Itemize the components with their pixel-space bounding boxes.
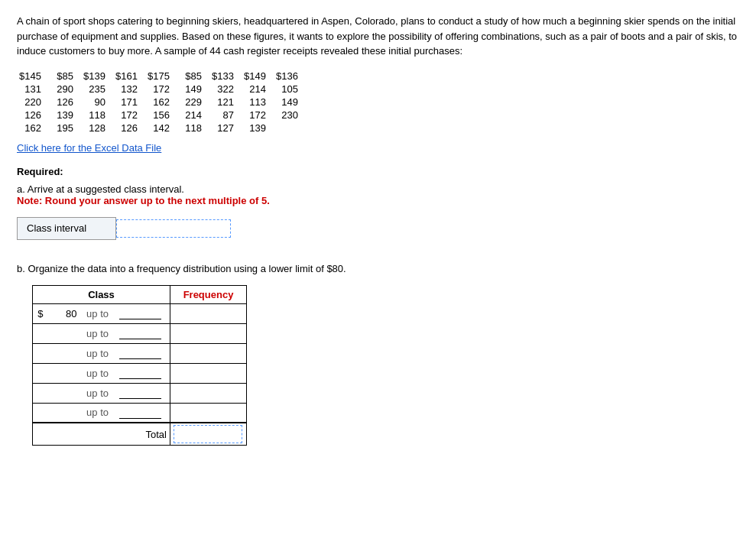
data-cell: 214 xyxy=(177,109,209,122)
freq-input[interactable] xyxy=(174,368,242,379)
data-cell: 322 xyxy=(209,83,242,96)
data-cell: $136 xyxy=(274,70,306,83)
data-cell: 149 xyxy=(274,96,306,109)
freq-row: up to xyxy=(33,363,247,383)
class-interval-label: Class interval xyxy=(17,217,116,240)
lower-bound-cell xyxy=(45,303,83,323)
lower-bound-input[interactable] xyxy=(47,308,77,319)
data-cell: 126 xyxy=(113,122,145,135)
lower-bound-cell xyxy=(45,403,83,423)
freq-row: up to xyxy=(33,403,247,423)
intro-text: A chain of sport shops catering to begin… xyxy=(17,14,739,59)
data-cell: 195 xyxy=(49,122,81,135)
data-cell: 131 xyxy=(17,83,49,96)
data-cell: 230 xyxy=(274,109,306,122)
freq-input[interactable] xyxy=(174,328,242,339)
data-cell: 214 xyxy=(242,83,274,96)
question-a-note: Note: Round your answer up to the next m… xyxy=(17,195,739,206)
freq-input[interactable] xyxy=(174,387,242,399)
data-cell xyxy=(274,122,306,135)
total-freq-input[interactable] xyxy=(174,425,242,443)
data-cell: 171 xyxy=(113,96,145,109)
data-cell: 149 xyxy=(177,83,209,96)
freq-input-cell xyxy=(170,383,247,403)
data-cell: 90 xyxy=(81,96,113,109)
question-a: a. Arrive at a suggested class interval.… xyxy=(17,183,739,206)
lower-bound-input[interactable] xyxy=(47,328,77,339)
upper-bound-input[interactable] xyxy=(119,307,161,319)
data-table: $145$85$139$161$175$85$133$149$136131290… xyxy=(17,70,306,135)
upper-bound-cell xyxy=(116,323,170,343)
lower-bound-cell xyxy=(45,343,83,363)
excel-link[interactable]: Click here for the Excel Data File xyxy=(17,142,161,154)
data-cell: $85 xyxy=(49,70,81,83)
data-cell: 121 xyxy=(209,96,242,109)
lower-bound-input[interactable] xyxy=(47,407,77,418)
data-cell: 127 xyxy=(209,122,242,135)
question-a-label: a. Arrive at a suggested class interval. xyxy=(17,183,739,195)
data-cell: $133 xyxy=(209,70,242,83)
data-cell: $149 xyxy=(242,70,274,83)
upto-cell: up to xyxy=(82,343,116,363)
class-interval-input[interactable] xyxy=(116,219,231,238)
data-cell: $85 xyxy=(177,70,209,83)
upto-cell: up to xyxy=(82,323,116,343)
upto-cell: up to xyxy=(82,383,116,403)
required-label: Required: xyxy=(17,166,739,177)
upper-bound-input[interactable] xyxy=(119,407,161,419)
frequency-table: Class Frequency $up toup toup toup toup … xyxy=(32,285,247,446)
upper-bound-input[interactable] xyxy=(119,347,161,359)
frequency-column-header: Frequency xyxy=(170,285,247,303)
upper-bound-input[interactable] xyxy=(119,367,161,379)
freq-input-cell xyxy=(170,403,247,423)
freq-row: up to xyxy=(33,323,247,343)
freq-row: up to xyxy=(33,383,247,403)
lower-bound-cell xyxy=(45,383,83,403)
freq-input-cell xyxy=(170,303,247,323)
question-b-label: b. Organize the data into a frequency di… xyxy=(17,263,739,274)
data-cell: 142 xyxy=(145,122,177,135)
total-label: Total xyxy=(33,423,170,446)
freq-input[interactable] xyxy=(174,348,242,359)
lower-bound-input[interactable] xyxy=(47,368,77,379)
data-cell: $161 xyxy=(113,70,145,83)
upto-cell: up to xyxy=(82,403,116,423)
dollar-cell: $ xyxy=(33,303,45,323)
upper-bound-input[interactable] xyxy=(119,327,161,339)
dollar-cell xyxy=(33,323,45,343)
dollar-cell xyxy=(33,363,45,383)
upper-bound-cell xyxy=(116,303,170,323)
data-cell: $175 xyxy=(145,70,177,83)
data-cell: 172 xyxy=(145,83,177,96)
freq-input[interactable] xyxy=(174,308,242,319)
data-cell: 162 xyxy=(17,122,49,135)
freq-input-cell xyxy=(170,343,247,363)
lower-bound-cell xyxy=(45,323,83,343)
data-cell: $139 xyxy=(81,70,113,83)
data-cell: 132 xyxy=(113,83,145,96)
data-cell: 128 xyxy=(81,122,113,135)
total-row: Total xyxy=(33,423,247,446)
data-cell: 220 xyxy=(17,96,49,109)
dollar-cell xyxy=(33,403,45,423)
data-cell: 126 xyxy=(17,109,49,122)
data-cell: 290 xyxy=(49,83,81,96)
data-cell: 139 xyxy=(242,122,274,135)
class-column-header: Class xyxy=(33,285,170,303)
data-cell: 118 xyxy=(177,122,209,135)
lower-bound-input[interactable] xyxy=(47,387,77,399)
upto-cell: up to xyxy=(82,363,116,383)
freq-row: $up to xyxy=(33,303,247,323)
data-cell: 162 xyxy=(145,96,177,109)
upper-bound-cell xyxy=(116,363,170,383)
upto-cell: up to xyxy=(82,303,116,323)
dollar-cell xyxy=(33,343,45,363)
freq-input-cell xyxy=(170,363,247,383)
upper-bound-input[interactable] xyxy=(119,387,161,399)
freq-input[interactable] xyxy=(174,407,242,418)
data-cell: 87 xyxy=(209,109,242,122)
upper-bound-cell xyxy=(116,343,170,363)
data-cell: 229 xyxy=(177,96,209,109)
dollar-cell xyxy=(33,383,45,403)
lower-bound-input[interactable] xyxy=(47,348,77,359)
